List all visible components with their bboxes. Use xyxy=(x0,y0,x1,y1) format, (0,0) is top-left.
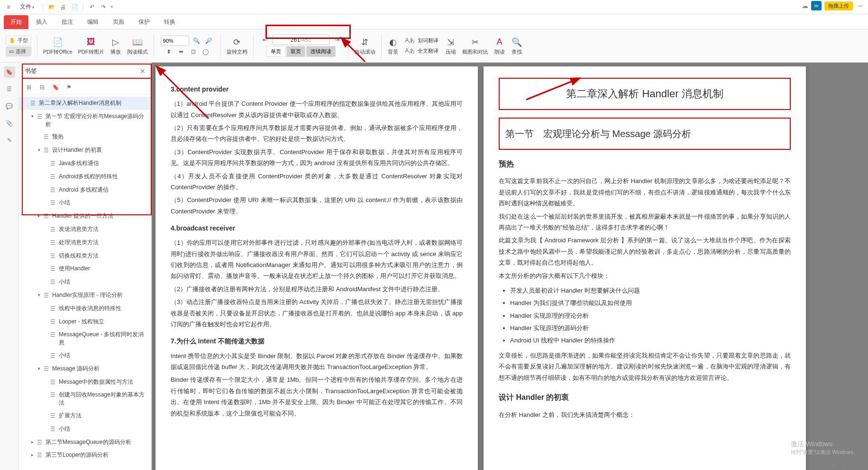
read-aloud-button[interactable]: A朗读 xyxy=(492,36,507,56)
redo-icon[interactable]: ↷ xyxy=(99,2,108,12)
bookmark-item[interactable]: ☰预热 xyxy=(19,130,151,144)
export-icon[interactable]: 📄 xyxy=(70,2,79,12)
pdf-to-office[interactable]: 📄PDF转Office xyxy=(41,36,74,56)
open-icon[interactable]: 📂 xyxy=(47,2,56,12)
last-page-icon[interactable]: ⇥ xyxy=(332,35,342,45)
word-translate-icon[interactable]: Aあ xyxy=(405,36,415,46)
bookmark-item[interactable]: ▾☰设计Handler 的初衷 xyxy=(19,144,151,157)
tab-page[interactable]: 页面 xyxy=(106,15,131,29)
first-page-icon[interactable]: ⇤ xyxy=(260,35,270,45)
comment-rail-icon[interactable]: 💬 xyxy=(4,101,15,112)
bookmark-panel: 书签 ✕ ⊞ ⊟ 🔖 ⚑ ☰第二章深入解析Handler消息机制▾☰第一节 宏观… xyxy=(19,63,152,470)
bookmark-item[interactable]: ☰创建与回收Message对象的基本方法 xyxy=(19,388,151,409)
hand-tool[interactable]: ✋ 手型 xyxy=(6,36,31,46)
bookmark-options-icon[interactable]: ⚑ xyxy=(64,83,73,92)
bullet-list: 开发人员最初设计 Handler 时想要解决什么问题Handler 为我们提供了… xyxy=(510,285,791,346)
bookmark-rail-icon[interactable]: 🔖 xyxy=(4,66,15,78)
bookmark-item[interactable]: ☰Looper - 线程独立 xyxy=(19,315,151,329)
read-mode[interactable]: 📖阅读模式 xyxy=(125,36,150,56)
zoom-in-icon[interactable]: 🔎 xyxy=(204,36,214,46)
view-cont-icon[interactable]: ≡ xyxy=(841,461,849,469)
minimize-icon[interactable]: ─ xyxy=(856,1,865,10)
view-double-icon[interactable]: ▯▯ xyxy=(830,461,838,469)
background-button[interactable]: ◐背景 xyxy=(385,36,401,56)
bookmark-item[interactable]: ☰第二章深入解析Handler消息机制 xyxy=(19,97,151,110)
bookmark-item[interactable]: ☰Android 多线程通信 xyxy=(19,184,151,197)
document-viewport[interactable]: 3.content provider （1）android 平台提供了 Cont… xyxy=(152,63,868,470)
bookmark-item[interactable]: ☰处理消息类方法 xyxy=(19,236,151,249)
bookmark-item[interactable]: ☰Java多线程通信 xyxy=(19,157,151,170)
collapse-icon[interactable]: ⊟ xyxy=(38,83,46,92)
expand-icon[interactable]: ⊞ xyxy=(25,83,33,92)
body-text: （3）动态注册广播接收器特点是当用来注册的 Activity 关掉后，广播也就失… xyxy=(171,296,463,330)
bookmark-item[interactable]: ☰Android多线程的特殊性 xyxy=(19,170,151,184)
tab-start[interactable]: 开始 xyxy=(4,15,28,29)
rotate-button[interactable]: ⟳旋转文档 xyxy=(225,36,249,56)
heading: 7.为什么 Intent 不能传递大数据 xyxy=(171,335,463,347)
bookmark-item[interactable]: ☰发送消息类方法 xyxy=(19,223,151,236)
zoom-out-icon[interactable]: 🔍 xyxy=(192,36,201,46)
bookmark-item[interactable]: ☰线程中接收消息的特殊性 xyxy=(19,302,151,315)
view-single-icon[interactable]: ▯ xyxy=(819,461,826,469)
fit-visible-icon[interactable]: ◯ xyxy=(201,47,210,56)
bookmark-item[interactable]: ▾☰Handler实现原理 - 理论分析 xyxy=(19,289,151,302)
bookmark-item[interactable]: ☰MessageQueue - 多线程同时发消息 xyxy=(19,328,151,349)
section-title: 第一节 宏观理论分析与 Message 源码分析 xyxy=(499,118,791,150)
compress-button[interactable]: ⇲压缩 xyxy=(443,36,458,56)
body-text: Intent 携带信息的大小其实是受 Binder 限制。数据以 Parcel … xyxy=(171,350,463,373)
tab-convert[interactable]: 转换 xyxy=(157,15,182,29)
bookmark-item[interactable]: ☰扩展方法 xyxy=(19,409,151,423)
bookmark-item[interactable]: ☰Message中的数据属性与方法 xyxy=(19,376,151,389)
add-bookmark-icon[interactable]: 🔖 xyxy=(51,83,60,92)
single-page-btn[interactable]: 单页 xyxy=(266,46,285,57)
fit-page-icon[interactable]: ⬌ xyxy=(176,47,186,56)
top-right-controls: ☁ ∞ 拖拽上传 ─ xyxy=(802,1,865,10)
bookmark-item[interactable]: ☰使用Handler xyxy=(19,262,151,276)
bookmark-item[interactable]: ▾☰Message 源码分析 xyxy=(19,362,151,376)
file-menu[interactable]: 文件▾ xyxy=(15,1,39,12)
bookmark-tree[interactable]: ☰第二章深入解析Handler消息机制▾☰第一节 宏观理论分析与Message源… xyxy=(19,95,151,470)
tab-annotate[interactable]: 批注 xyxy=(55,15,80,29)
close-icon[interactable]: ✕ xyxy=(140,67,146,75)
chapter-title: 第二章深入解析 Handler 消息机制 xyxy=(499,78,791,110)
crop-button[interactable]: ✂截图和对比 xyxy=(460,36,490,56)
bookmark-item[interactable]: ▸☰Handler 提供的一些方法 xyxy=(19,210,151,223)
fit-width-icon[interactable]: ⬍ xyxy=(164,47,174,56)
continuous-btn[interactable]: 连续阅读 xyxy=(306,46,336,57)
bookmark-item[interactable]: ☰小结 xyxy=(19,276,151,289)
toolbar: ✋ 手型 ▭ 选择 📄PDF转Office 🖼PDF转图片 ▷播放 📖阅读模式 … xyxy=(0,29,868,63)
bookmark-item[interactable]: ▸☰第三节Looper的源码分析 xyxy=(19,449,151,462)
bookmark-item[interactable]: ▾☰第一节 宏观理论分析与Message源码分析 xyxy=(19,110,151,131)
page-input[interactable]: 261/452 xyxy=(273,35,329,45)
outline-rail-icon[interactable]: ☰ xyxy=(4,83,15,95)
bookmark-item[interactable]: ☰小结 xyxy=(19,423,151,436)
drag-upload-button[interactable]: 拖拽上传 xyxy=(824,1,853,10)
sync-icon[interactable]: ∞ xyxy=(811,1,822,10)
actual-size-icon[interactable]: ⊡ xyxy=(189,47,198,56)
body-text: Binder 传递缓存有一个限定大小，通常是 1Mb。但同一个进程中所有的传输共… xyxy=(171,374,463,419)
bookmark-item[interactable]: ☰切换线程类方法 xyxy=(19,249,151,263)
zoom-select[interactable] xyxy=(161,36,189,46)
divider xyxy=(83,3,83,11)
find-button[interactable]: 🔍查找 xyxy=(509,36,524,56)
auto-scroll[interactable]: ⇵自动滚动 xyxy=(353,36,377,56)
pdf-to-image[interactable]: 🖼PDF转图片 xyxy=(76,36,106,56)
bookmark-item[interactable]: ☰小结 xyxy=(19,196,151,210)
double-page-btn[interactable]: 双页 xyxy=(286,46,305,57)
save-icon[interactable]: 🖨 xyxy=(58,2,68,12)
tab-edit[interactable]: 编辑 xyxy=(81,15,105,29)
play-button[interactable]: ▷播放 xyxy=(108,36,123,56)
select-tool[interactable]: ▭ 选择 xyxy=(6,46,31,56)
undo-icon[interactable]: ↶ xyxy=(87,2,97,12)
bookmark-item[interactable]: ☰小结 xyxy=(19,349,151,362)
full-translate-icon[interactable]: Aあ xyxy=(405,46,415,56)
tab-insert[interactable]: 插入 xyxy=(29,15,54,29)
bookmark-item[interactable]: ▸☰第二节MessageQueue的源码分析 xyxy=(19,436,151,449)
attachment-rail-icon[interactable]: 📎 xyxy=(4,118,15,129)
cloud-icon[interactable]: ☁ xyxy=(802,2,808,9)
tab-protect[interactable]: 保护 xyxy=(132,15,156,29)
fullscreen-icon[interactable]: ⛶ xyxy=(853,461,860,469)
app-menu-icon[interactable]: ≡ xyxy=(4,2,13,12)
signature-rail-icon[interactable]: ✎ xyxy=(4,135,15,146)
body-text: （5）ContentProvider 使用 URI 来唯一标识其数据集，这里的 … xyxy=(171,194,463,217)
